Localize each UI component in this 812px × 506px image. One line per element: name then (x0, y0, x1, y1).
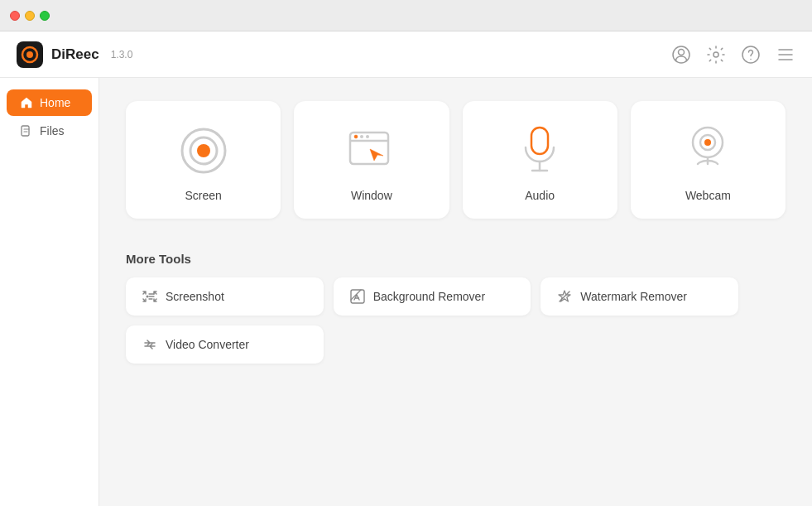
svg-point-5 (714, 52, 718, 57)
content-area: Screen Window (99, 78, 812, 506)
sidebar-item-home[interactable]: Home (7, 89, 92, 116)
background-remover-button[interactable]: Background Remover (334, 277, 531, 316)
webcam-label: Webcam (685, 189, 731, 202)
audio-icon (513, 124, 566, 177)
svg-point-7 (750, 58, 752, 60)
screen-icon (177, 124, 230, 177)
svg-point-2 (26, 51, 33, 58)
files-icon (20, 124, 33, 137)
window-card[interactable]: Window (294, 101, 449, 219)
traffic-lights (10, 11, 50, 21)
main-layout: Home Files (0, 78, 812, 506)
audio-card[interactable]: Audio (463, 101, 617, 219)
video-converter-icon (142, 337, 157, 352)
svg-point-13 (354, 135, 358, 138)
settings-icon[interactable] (706, 45, 726, 65)
screenshot-label: Screenshot (166, 290, 224, 303)
header-actions (671, 45, 795, 65)
svg-rect-16 (531, 128, 548, 154)
close-button[interactable] (10, 11, 20, 21)
video-converter-button[interactable]: Video Converter (126, 325, 324, 364)
sidebar-item-files[interactable]: Files (7, 118, 92, 144)
audio-label: Audio (525, 189, 555, 202)
sidebar: Home Files (0, 78, 99, 506)
app-logo-icon (17, 41, 43, 68)
video-converter-label: Video Converter (166, 338, 249, 351)
app-name: DiReec (51, 46, 99, 63)
tools-grid: Screenshot Background Remover (126, 277, 738, 364)
screen-card[interactable]: Screen (126, 101, 281, 219)
watermark-remover-label: Watermark Remover (580, 290, 687, 303)
window-label: Window (351, 189, 392, 202)
screenshot-icon (142, 289, 157, 304)
watermark-remover-icon (557, 289, 572, 304)
svg-point-4 (679, 49, 685, 55)
svg-rect-8 (22, 126, 29, 136)
svg-point-21 (147, 296, 149, 298)
minimize-button[interactable] (25, 11, 35, 21)
sidebar-files-label: Files (40, 124, 65, 137)
screen-label: Screen (185, 189, 221, 202)
webcam-icon (681, 124, 734, 177)
app-version: 1.3.0 (111, 49, 133, 60)
more-tools-section: More Tools Screenshot (126, 252, 786, 364)
screenshot-button[interactable]: Screenshot (126, 277, 324, 316)
sidebar-home-label: Home (40, 96, 70, 109)
maximize-button[interactable] (40, 11, 50, 21)
home-icon (20, 96, 33, 109)
svg-point-15 (366, 135, 369, 138)
user-icon[interactable] (671, 45, 691, 65)
background-remover-icon (350, 289, 365, 304)
svg-point-20 (704, 139, 711, 146)
svg-point-11 (197, 144, 210, 157)
app-logo: DiReec 1.3.0 (17, 41, 132, 68)
webcam-card[interactable]: Webcam (631, 101, 786, 219)
app-header: DiReec 1.3.0 (0, 31, 812, 78)
window-icon (345, 124, 398, 177)
section-title: More Tools (126, 252, 786, 266)
menu-icon[interactable] (776, 45, 795, 65)
svg-point-14 (360, 135, 363, 138)
background-remover-label: Background Remover (373, 290, 485, 303)
title-bar (0, 0, 812, 31)
help-icon[interactable] (741, 45, 761, 65)
watermark-remover-button[interactable]: Watermark Remover (541, 277, 738, 316)
cards-grid: Screen Window (126, 101, 786, 219)
